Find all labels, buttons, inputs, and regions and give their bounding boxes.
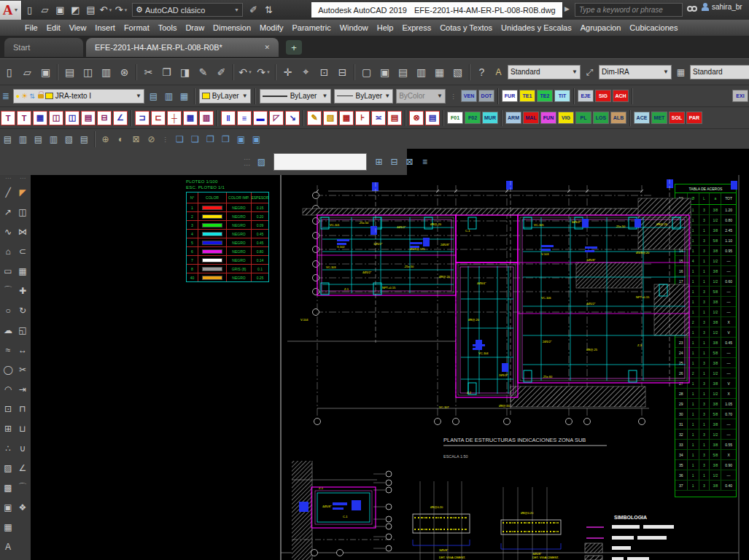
zoom-realtime-button[interactable]: ⌖ bbox=[297, 63, 315, 82]
menu-parametric[interactable]: Parametric bbox=[287, 20, 335, 36]
revision-cloud-button[interactable]: ☁ bbox=[1, 320, 15, 340]
layer-button-dot[interactable]: DOT bbox=[478, 90, 494, 102]
dim-style-combo[interactable]: Dim-IRA▼ bbox=[599, 65, 672, 79]
array-button[interactable]: ▦ bbox=[15, 261, 30, 281]
save-as-button[interactable]: ◩ bbox=[68, 2, 83, 18]
chamfer-button[interactable]: ∠ bbox=[15, 458, 30, 478]
menu-view[interactable]: View bbox=[65, 20, 91, 36]
quick-calc-button[interactable]: ▧ bbox=[449, 63, 467, 82]
paste-clip-button[interactable]: ◨ bbox=[176, 63, 194, 82]
search-input[interactable]: Type a keyword or phrase bbox=[575, 3, 683, 17]
custom-tool-6-button[interactable]: ▤ bbox=[81, 111, 96, 125]
group-tool-icon[interactable]: ▨ bbox=[254, 155, 269, 169]
join-button[interactable]: ∪ bbox=[15, 438, 30, 458]
zoom-window-button[interactable]: ⊡ bbox=[315, 63, 333, 82]
menu-window[interactable]: Window bbox=[335, 20, 373, 36]
open-button[interactable]: ▱ bbox=[37, 2, 53, 18]
layer-button-vig[interactable]: VIG bbox=[558, 112, 574, 124]
properties-palette-button[interactable]: ▢ bbox=[357, 63, 376, 82]
layer-button-los[interactable]: LOS bbox=[593, 112, 609, 124]
copy-button[interactable]: ◫ bbox=[15, 202, 30, 222]
insert-block-button[interactable]: ⊡ bbox=[1, 399, 15, 419]
menu-tools[interactable]: Tools bbox=[154, 20, 182, 36]
layer-off-button[interactable]: ◐ bbox=[113, 132, 128, 147]
app-menu-button[interactable]: A ▼ bbox=[0, 1, 22, 20]
hatch-button[interactable]: ▨ bbox=[1, 458, 15, 478]
erase-button[interactable]: ◤ bbox=[15, 182, 30, 202]
layer-walk-button[interactable]: ▥ bbox=[46, 132, 61, 147]
menu-edit[interactable]: Edit bbox=[42, 20, 65, 36]
text-to-front-button[interactable]: ▣ bbox=[233, 132, 249, 147]
mirror-button[interactable]: ⋈ bbox=[15, 222, 30, 241]
qsave-button[interactable]: ▣ bbox=[36, 63, 55, 82]
share-button[interactable]: ✐ bbox=[246, 2, 261, 18]
markup-set-manager-button[interactable]: ▦ bbox=[430, 63, 449, 82]
layer-button-fur[interactable]: FUR bbox=[502, 90, 518, 102]
trim-button[interactable]: ✂ bbox=[15, 359, 30, 379]
custom-tool-2-button[interactable]: T bbox=[17, 111, 31, 125]
layer-properties-manager-button[interactable]: ≣ bbox=[0, 89, 12, 104]
custom-tool-23-button[interactable]: ≍ bbox=[371, 111, 386, 125]
layer-button-sol[interactable]: SOL bbox=[669, 112, 685, 124]
lineweight-combo[interactable]: ByLayer▼ bbox=[334, 89, 394, 104]
layer-button-ace[interactable]: ACE bbox=[634, 112, 650, 124]
group-edit-button[interactable]: ⊠ bbox=[402, 155, 417, 169]
pan-realtime-button[interactable]: ✛ bbox=[279, 63, 297, 82]
polygon-button[interactable]: ⌂ bbox=[1, 241, 15, 261]
signin-area[interactable]: sahira_br bbox=[702, 3, 742, 11]
rectangle-button[interactable]: ▭ bbox=[1, 261, 15, 281]
bring-to-front-button[interactable]: ❏ bbox=[172, 132, 187, 147]
region-button[interactable]: ▣ bbox=[1, 497, 15, 517]
color-combo[interactable]: ByLayer▼ bbox=[199, 89, 251, 104]
sheet-set-manager-button[interactable]: ▥ bbox=[412, 63, 430, 82]
layer-button-mur[interactable]: MUR bbox=[482, 112, 498, 124]
polyline-button[interactable]: ∿ bbox=[1, 222, 15, 241]
multiline-text-button[interactable]: A bbox=[1, 537, 15, 556]
copy-clip-button[interactable]: ❐ bbox=[158, 63, 176, 82]
layer-button-met[interactable]: MET bbox=[651, 112, 667, 124]
cut-clip-button[interactable]: ✂ bbox=[139, 63, 158, 82]
layer-button-arm[interactable]: ARM bbox=[505, 112, 521, 124]
layer-lock-button[interactable]: ⊠ bbox=[128, 132, 144, 147]
arc-button[interactable]: ⌒ bbox=[1, 281, 15, 300]
menu-dimension[interactable]: Dimension bbox=[209, 20, 255, 36]
custom-tool-11-button[interactable]: ┼ bbox=[167, 111, 182, 125]
tab-start[interactable]: Start bbox=[4, 38, 83, 57]
layer-merge-button[interactable]: ▤ bbox=[77, 132, 92, 147]
layer-button-ach[interactable]: ACH bbox=[613, 90, 629, 102]
layer-button-te2[interactable]: TE2 bbox=[537, 90, 553, 102]
layer-button-mal[interactable]: MAL bbox=[523, 112, 539, 124]
match-properties-button[interactable]: ✎ bbox=[194, 63, 212, 82]
block-editor-button[interactable]: ✐ bbox=[212, 63, 230, 82]
publish-button[interactable]: ⊛ bbox=[115, 63, 133, 82]
construction-line-button[interactable]: ↗ bbox=[1, 202, 15, 222]
help-button[interactable]: ? bbox=[473, 63, 491, 82]
custom-tool-8-button[interactable]: ∠ bbox=[113, 111, 128, 125]
spline-button[interactable]: ≈ bbox=[1, 340, 15, 359]
custom-tool-21-button[interactable]: ▦ bbox=[339, 111, 354, 125]
custom-tool-20-button[interactable]: ▧ bbox=[323, 111, 338, 125]
custom-tool-16-button[interactable]: ▬ bbox=[253, 111, 268, 125]
menu-unidades-y-escalas[interactable]: Unidades y Escalas bbox=[497, 20, 576, 36]
tab-drawing[interactable]: EFE-2201-H4-AM-ER-PL-008-R0B* ✕ bbox=[86, 38, 279, 57]
qsave-button[interactable]: ▣ bbox=[53, 2, 68, 18]
group-remove-button[interactable]: ⊟ bbox=[387, 155, 402, 169]
rotate-button[interactable]: ↻ bbox=[15, 300, 30, 320]
stretch-button[interactable]: ↔ bbox=[15, 340, 30, 359]
make-layer-current-button[interactable]: ▤ bbox=[146, 89, 161, 104]
custom-tool-12-button[interactable]: ▦ bbox=[183, 111, 198, 125]
redo-button[interactable]: ↷▼ bbox=[114, 2, 129, 18]
ellipse-button[interactable]: ◯ bbox=[1, 359, 15, 379]
custom-tool-24-button[interactable]: ▤ bbox=[387, 111, 402, 125]
search-binoculars-icon[interactable] bbox=[687, 6, 697, 12]
circle-button[interactable]: ○ bbox=[1, 300, 15, 320]
custom-tool-22-button[interactable]: ⊦ bbox=[355, 111, 370, 125]
custom-tool-9-button[interactable]: ⊐ bbox=[135, 111, 150, 125]
group-name-input[interactable] bbox=[273, 153, 367, 171]
scale-button[interactable]: ◱ bbox=[15, 320, 30, 340]
layer-button-par[interactable]: PAR bbox=[686, 112, 702, 124]
plot-button[interactable]: ▤ bbox=[61, 63, 79, 82]
custom-tool-19-button[interactable]: ✎ bbox=[307, 111, 322, 125]
hatch-to-back-button[interactable]: ▣ bbox=[249, 132, 264, 147]
group-manager-button[interactable]: ≡ bbox=[417, 155, 432, 169]
